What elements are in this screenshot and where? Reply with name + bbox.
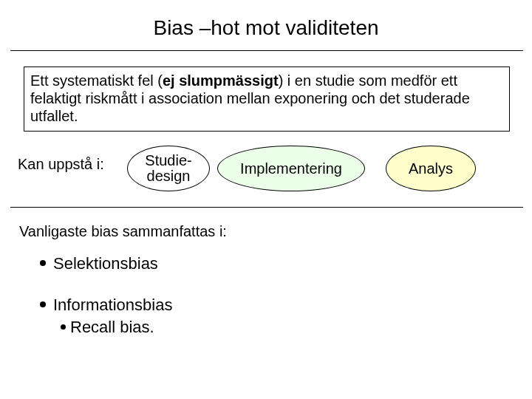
occurs-lead: Kan uppstå i: <box>18 156 104 173</box>
ellipse-analysis-label: Analys <box>409 161 453 177</box>
bullet-selection-bias-label: Selektionsbias <box>53 254 158 273</box>
slide-title: Bias –hot mot validiteten <box>0 16 532 40</box>
divider-bottom <box>10 207 523 208</box>
bullet-information-bias: Informationsbias <box>40 296 172 315</box>
ellipse-study-design: Studie- design <box>127 146 210 191</box>
bullet-icon <box>40 260 46 266</box>
ellipse-study-design-l1: Studie- <box>145 152 191 168</box>
bullet-recall-bias: Recall bias. <box>61 318 172 337</box>
divider-top <box>10 50 523 51</box>
bullet-list: Selektionsbias Informationsbias Recall b… <box>40 248 172 337</box>
bullet-selection-bias: Selektionsbias <box>40 254 172 273</box>
bullet-information-bias-label: Informationsbias <box>53 296 172 314</box>
definition-emph: ej slumpmässigt <box>163 72 279 89</box>
occurs-row: Kan uppstå i: Studie- design Implementer… <box>18 146 520 197</box>
definition-box: Ett systematiskt fel (ej slumpmässigt) i… <box>24 66 510 132</box>
bullet-icon <box>40 301 46 307</box>
bullet-recall-bias-label: Recall bias. <box>70 318 154 336</box>
ellipse-implementation: Implementering <box>217 146 365 191</box>
ellipse-study-design-l2: design <box>147 168 191 184</box>
slide: Bias –hot mot validiteten Ett systematis… <box>0 0 532 399</box>
ellipse-implementation-label: Implementering <box>240 161 342 177</box>
bullet-icon <box>61 324 66 330</box>
definition-pre: Ett systematiskt fel ( <box>30 72 163 89</box>
summary-lead: Vanligaste bias sammanfattas i: <box>19 223 227 240</box>
ellipse-analysis: Analys <box>386 146 476 191</box>
